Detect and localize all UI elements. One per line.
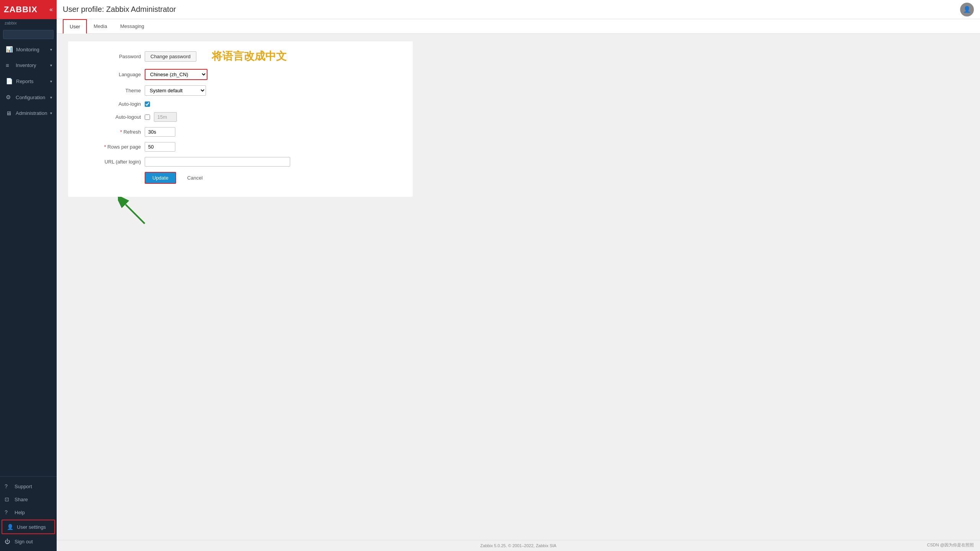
auto-login-row: Auto-login (80, 101, 401, 107)
footer-item-user-settings[interactable]: 👤 User settings (2, 520, 55, 534)
auto-logout-row: Auto-logout (80, 112, 401, 122)
footer-item-help[interactable]: ? Help (0, 506, 57, 519)
green-arrow-indicator (118, 197, 149, 227)
password-label: Password (80, 54, 141, 59)
annotation-text: 将语言改成中文 (212, 49, 287, 64)
sidebar-footer: ? Support ⊡ Share ? Help 👤 User settings… (0, 476, 57, 551)
form-card: Password Change password 将语言改成中文 Languag… (68, 41, 413, 197)
refresh-input[interactable] (145, 127, 175, 137)
chevron-down-icon: ▾ (50, 47, 52, 52)
footer-item-label: Help (15, 510, 25, 515)
monitoring-icon: 📊 (6, 46, 13, 53)
footer-item-label: User settings (17, 524, 46, 530)
tab-bar: User Media Messaging (57, 19, 980, 34)
footer-right: CSDN @因为你是在照照 (927, 542, 974, 548)
topbar-right: 👤 (960, 3, 974, 16)
sidebar-app-name: zabbix (0, 19, 57, 28)
chevron-down-icon: ▾ (50, 111, 52, 115)
sidebar-header: ZABBIX « (0, 0, 57, 19)
theme-select[interactable]: System default Blue Dark High-contrast (145, 85, 206, 96)
content-area: Password Change password 将语言改成中文 Languag… (57, 34, 980, 551)
auto-login-label: Auto-login (80, 101, 141, 107)
sidebar-collapse-button[interactable]: « (49, 6, 53, 13)
chevron-down-icon: ▾ (50, 95, 52, 100)
configuration-icon: ⚙ (6, 94, 13, 101)
sidebar-item-label: Monitoring (16, 47, 47, 52)
language-select[interactable]: Chinese (zh_CN) English (en_US) German (… (145, 70, 207, 79)
url-row: URL (after login) (80, 157, 401, 167)
sidebar-logo: ZABBIX (4, 5, 38, 15)
auto-logout-label: Auto-logout (80, 114, 141, 120)
administration-icon: 🖥 (6, 110, 13, 116)
footer-item-support[interactable]: ? Support (0, 480, 57, 493)
footer-item-share[interactable]: ⊡ Share (0, 493, 57, 506)
help-icon: ? (5, 509, 11, 515)
buttons-row: Update Cancel (145, 172, 401, 184)
tab-media[interactable]: Media (87, 19, 113, 34)
language-label: Language (80, 72, 141, 77)
sidebar-item-label: Reports (16, 78, 47, 84)
rows-per-page-input[interactable] (145, 142, 175, 152)
sidebar: ZABBIX « zabbix 📊 Monitoring ▾ ≡ Invento… (0, 0, 57, 551)
sidebar-item-inventory[interactable]: ≡ Inventory ▾ (0, 57, 57, 73)
refresh-row: Refresh (80, 127, 401, 137)
sidebar-search-input[interactable] (3, 30, 54, 39)
auto-logout-value-input[interactable] (154, 112, 177, 122)
footer-copyright: Zabbix 5.0.25. © 2001–2022, Zabbix SIA (480, 543, 557, 548)
avatar: 👤 (960, 3, 974, 16)
rows-per-page-label: Rows per page (80, 144, 141, 150)
footer-bar: Zabbix 5.0.25. © 2001–2022, Zabbix SIA (57, 540, 980, 551)
theme-row: Theme System default Blue Dark High-cont… (80, 85, 401, 96)
footer-item-label: Support (15, 484, 32, 489)
svg-line-1 (126, 204, 145, 224)
change-password-button[interactable]: Change password (145, 51, 196, 62)
inventory-icon: ≡ (6, 62, 13, 69)
page-title: User profile: Zabbix Administrator (63, 5, 176, 14)
share-icon: ⊡ (5, 496, 11, 502)
sign-out-icon: ⏻ (5, 538, 11, 544)
sidebar-item-administration[interactable]: 🖥 Administration ▾ (0, 105, 57, 121)
footer-csdn: CSDN @因为你是在照照 (927, 543, 974, 547)
language-select-wrapper: Chinese (zh_CN) English (en_US) German (… (145, 69, 207, 80)
footer-item-label: Share (15, 497, 28, 502)
sidebar-item-reports[interactable]: 📄 Reports ▾ (0, 73, 57, 89)
url-label: URL (after login) (80, 159, 141, 165)
chevron-down-icon: ▾ (50, 63, 52, 67)
language-row: Language Chinese (zh_CN) English (en_US)… (80, 69, 401, 80)
sidebar-item-configuration[interactable]: ⚙ Configuration ▾ (0, 89, 57, 105)
cancel-button[interactable]: Cancel (180, 172, 210, 183)
sidebar-item-monitoring[interactable]: 📊 Monitoring ▾ (0, 41, 57, 57)
topbar: User profile: Zabbix Administrator 👤 (57, 0, 980, 19)
reports-icon: 📄 (6, 78, 13, 85)
footer-item-sign-out[interactable]: ⏻ Sign out (0, 535, 57, 548)
chevron-down-icon: ▾ (50, 79, 52, 83)
sidebar-item-label: Administration (16, 110, 47, 116)
auto-logout-checkbox[interactable] (145, 114, 150, 120)
url-input[interactable] (145, 157, 290, 167)
user-icon: 👤 (7, 524, 14, 530)
tab-user[interactable]: User (63, 19, 87, 34)
tab-messaging[interactable]: Messaging (114, 19, 151, 34)
sidebar-search-container (0, 28, 57, 41)
auto-login-checkbox[interactable] (145, 101, 150, 107)
sidebar-item-label: Configuration (16, 95, 47, 100)
support-icon: ? (5, 483, 11, 489)
password-row: Password Change password 将语言改成中文 (80, 49, 401, 64)
update-button[interactable]: Update (145, 172, 176, 184)
arrow-area (68, 197, 969, 227)
refresh-label: Refresh (80, 129, 141, 135)
rows-per-page-row: Rows per page (80, 142, 401, 152)
theme-label: Theme (80, 88, 141, 93)
footer-item-label: Sign out (15, 539, 33, 544)
main-content: User profile: Zabbix Administrator 👤 Use… (57, 0, 980, 551)
sidebar-item-label: Inventory (16, 62, 47, 68)
